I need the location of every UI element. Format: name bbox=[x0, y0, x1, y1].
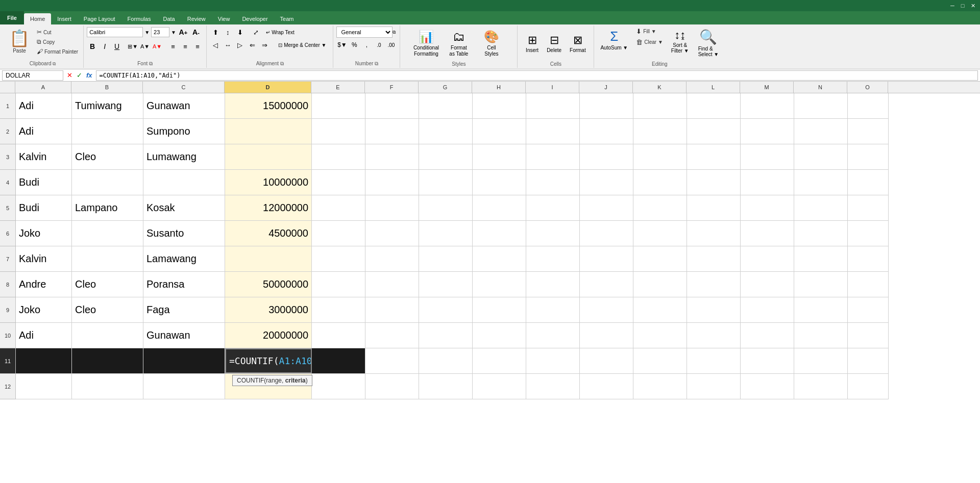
cell-f8[interactable] bbox=[365, 272, 419, 297]
cell-l6[interactable] bbox=[687, 221, 741, 246]
cell-i2[interactable] bbox=[526, 119, 580, 144]
cell-a4[interactable]: Budi bbox=[16, 170, 72, 195]
cell-k6[interactable] bbox=[633, 221, 687, 246]
col-header-m[interactable]: M bbox=[740, 82, 794, 93]
cell-j9[interactable] bbox=[580, 297, 633, 322]
cell-k5[interactable] bbox=[633, 195, 687, 220]
cell-l11[interactable] bbox=[687, 348, 741, 373]
row-header-8[interactable]: 8 bbox=[0, 272, 15, 297]
row-header-1[interactable]: 1 bbox=[0, 93, 15, 119]
row-header-5[interactable]: 5 bbox=[0, 195, 15, 221]
cell-g4[interactable] bbox=[419, 170, 473, 195]
cell-f5[interactable] bbox=[365, 195, 419, 220]
confirm-formula-icon[interactable]: ✓ bbox=[75, 71, 84, 80]
increase-indent-button[interactable]: ⇒ bbox=[259, 39, 270, 50]
cell-i11[interactable] bbox=[526, 348, 580, 373]
cell-k11[interactable] bbox=[633, 348, 687, 373]
cell-i9[interactable] bbox=[526, 297, 580, 322]
cell-c10[interactable]: Gunawan bbox=[143, 323, 225, 348]
cell-f6[interactable] bbox=[365, 221, 419, 246]
cell-o7[interactable] bbox=[848, 246, 889, 271]
align-text-right-button[interactable]: ▷ bbox=[234, 39, 246, 50]
decrease-indent-button[interactable]: ⇐ bbox=[247, 39, 258, 50]
cell-o3[interactable] bbox=[848, 144, 889, 169]
cell-k12[interactable] bbox=[633, 374, 687, 399]
cell-c3[interactable]: Lumawang bbox=[143, 144, 225, 169]
cell-l12[interactable] bbox=[687, 374, 741, 399]
cell-d2[interactable] bbox=[225, 119, 312, 144]
align-bottom-button[interactable]: ⬇ bbox=[234, 27, 246, 38]
cell-h9[interactable] bbox=[473, 297, 526, 322]
cell-l10[interactable] bbox=[687, 323, 741, 348]
increase-decimal-button[interactable]: .00 bbox=[385, 39, 397, 50]
cell-n3[interactable] bbox=[794, 144, 848, 169]
col-header-e[interactable]: E bbox=[311, 82, 365, 93]
cell-a12[interactable] bbox=[16, 374, 72, 399]
col-header-l[interactable]: L bbox=[687, 82, 740, 93]
align-right-button[interactable]: ≡ bbox=[192, 41, 203, 52]
cell-m3[interactable] bbox=[741, 144, 794, 169]
number-format-select[interactable]: General Number Currency bbox=[336, 27, 393, 38]
wrap-text-button[interactable]: ↵ Wrap Text bbox=[262, 28, 298, 37]
cell-n1[interactable] bbox=[794, 93, 848, 118]
cell-h4[interactable] bbox=[473, 170, 526, 195]
cell-n4[interactable] bbox=[794, 170, 848, 195]
font-size-input[interactable] bbox=[151, 27, 169, 37]
cell-g8[interactable] bbox=[419, 272, 473, 297]
underline-button[interactable]: U bbox=[111, 41, 122, 52]
cell-g12[interactable] bbox=[419, 374, 473, 399]
cell-m1[interactable] bbox=[741, 93, 794, 118]
cell-c5[interactable]: Kosak bbox=[143, 195, 225, 220]
align-text-left-button[interactable]: ◁ bbox=[210, 39, 221, 50]
cell-a1[interactable]: Adi bbox=[16, 93, 72, 118]
cell-e11[interactable] bbox=[312, 348, 365, 373]
cell-i1[interactable] bbox=[526, 93, 580, 118]
cell-j7[interactable] bbox=[580, 246, 633, 271]
cell-o6[interactable] bbox=[848, 221, 889, 246]
cell-b2[interactable] bbox=[72, 119, 143, 144]
cell-h3[interactable] bbox=[473, 144, 526, 169]
cell-f9[interactable] bbox=[365, 297, 419, 322]
cell-h10[interactable] bbox=[473, 323, 526, 348]
tab-insert[interactable]: Insert bbox=[51, 13, 78, 24]
cell-e5[interactable] bbox=[312, 195, 365, 220]
cell-b3[interactable]: Cleo bbox=[72, 144, 143, 169]
cell-j6[interactable] bbox=[580, 221, 633, 246]
cell-j12[interactable] bbox=[580, 374, 633, 399]
fill-color-button[interactable]: A▼ bbox=[139, 41, 151, 52]
cell-a9[interactable]: Joko bbox=[16, 297, 72, 322]
cell-e12[interactable] bbox=[312, 374, 365, 399]
cell-o1[interactable] bbox=[848, 93, 889, 118]
font-name-input[interactable] bbox=[87, 27, 143, 37]
cell-j3[interactable] bbox=[580, 144, 633, 169]
format-cell-button[interactable]: ⊠ Format bbox=[567, 32, 589, 55]
cell-d12[interactable] bbox=[225, 374, 312, 399]
cell-l8[interactable] bbox=[687, 272, 741, 297]
cell-n6[interactable] bbox=[794, 221, 848, 246]
comma-button[interactable]: , bbox=[361, 39, 372, 50]
cell-d6[interactable]: 4500000 bbox=[225, 221, 312, 246]
cell-o5[interactable] bbox=[848, 195, 889, 220]
cell-i7[interactable] bbox=[526, 246, 580, 271]
col-header-k[interactable]: K bbox=[633, 82, 687, 93]
currency-button[interactable]: $▼ bbox=[336, 39, 348, 50]
cell-e4[interactable] bbox=[312, 170, 365, 195]
cell-e1[interactable] bbox=[312, 93, 365, 118]
cell-b6[interactable] bbox=[72, 221, 143, 246]
cell-e9[interactable] bbox=[312, 297, 365, 322]
align-left-button[interactable]: ≡ bbox=[167, 41, 179, 52]
cell-g7[interactable] bbox=[419, 246, 473, 271]
increase-font-button[interactable]: A+ bbox=[178, 27, 189, 38]
cell-g10[interactable] bbox=[419, 323, 473, 348]
cell-k2[interactable] bbox=[633, 119, 687, 144]
col-header-j[interactable]: J bbox=[579, 82, 633, 93]
cell-m5[interactable] bbox=[741, 195, 794, 220]
cell-a2[interactable]: Adi bbox=[16, 119, 72, 144]
find-select-button[interactable]: 🔍 Find &Select ▼ bbox=[695, 27, 722, 59]
cell-c7[interactable]: Lamawang bbox=[143, 246, 225, 271]
cell-b5[interactable]: Lampano bbox=[72, 195, 143, 220]
cell-m6[interactable] bbox=[741, 221, 794, 246]
cell-o11[interactable] bbox=[848, 348, 889, 373]
tab-pagelayout[interactable]: Page Layout bbox=[78, 13, 121, 24]
cell-h1[interactable] bbox=[473, 93, 526, 118]
